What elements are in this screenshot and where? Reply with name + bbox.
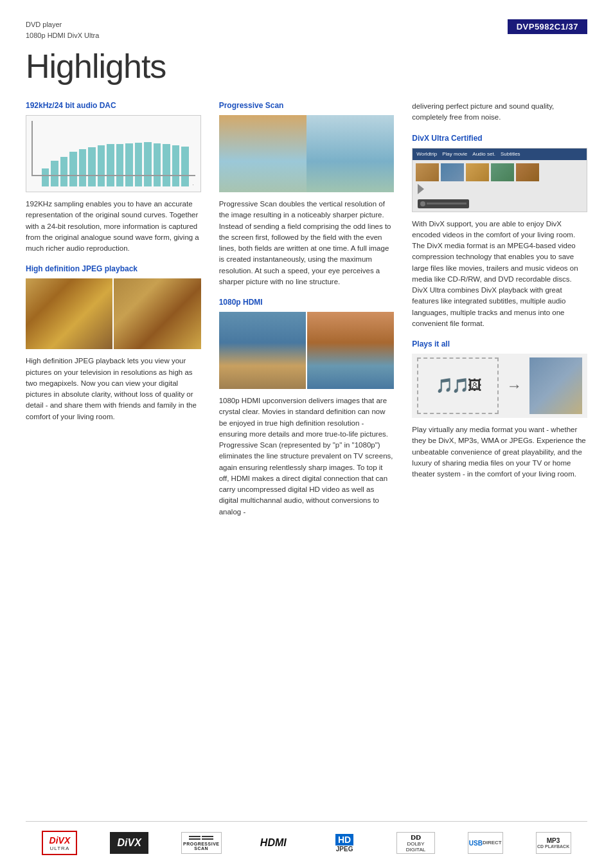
divx-device-line <box>427 203 466 204</box>
column-2: Progressive Scan Progressive Scan double… <box>219 101 395 524</box>
column-1: 192kHz/24 bit audio DAC <box>26 101 201 524</box>
hdmi-text: HDMI <box>260 837 287 849</box>
logo-hdmi: HDMI <box>254 832 292 854</box>
mp3-text: MP3 <box>547 837 560 844</box>
logo-progressive-scan: PROGRESSIVESCAN <box>181 832 221 854</box>
jpeg-image <box>26 278 201 349</box>
section-hdmi-title: 1080p HDMI <box>219 298 395 307</box>
product-type: DVD player <box>26 19 99 30</box>
plays-icons: 🎵🎵🖼 <box>436 377 481 394</box>
hdmi-image <box>219 312 395 389</box>
divx-body: With DivX support, you are able to enjoy… <box>412 219 587 330</box>
divx-device-button <box>420 201 425 206</box>
hdmi-body: 1080p HDMI upconversion delivers images … <box>219 395 395 518</box>
logo-divx-ultra: DiVX ULTRA <box>42 831 77 855</box>
logo-divx-plain: DiVX <box>110 832 148 854</box>
divx-plain-text: DiVX <box>118 837 141 849</box>
divx-image: Worldtrip Play movie Audio set. Subtitle… <box>412 148 587 212</box>
continued-text: delivering perfect picture and sound qua… <box>412 101 587 123</box>
divx-menu-item1: Worldtrip <box>416 151 437 157</box>
page-title: Highlights <box>26 47 587 86</box>
hdmi-image-right <box>307 312 394 389</box>
logo-mp3: MP3 CD PLAYBACK <box>536 832 571 854</box>
progscan-image-right <box>306 115 394 192</box>
divx-menu-bar: Worldtrip Play movie Audio set. Subtitle… <box>413 149 587 160</box>
divx-ultra-text: DiVX <box>49 835 71 845</box>
divx-thumb-1 <box>416 163 439 181</box>
audio-body: 192KHz sampling enables you to have an a… <box>26 199 201 254</box>
plays-icons-box: 🎵🎵🖼 <box>417 357 499 414</box>
plays-tv-image <box>529 357 582 414</box>
logo-hdjpeg: HD JPEG <box>325 831 364 855</box>
divx-menu-item4: Subtitles <box>501 151 520 157</box>
section-jpeg-title: High definition JPEG playback <box>26 264 201 273</box>
section-divx-title: DivX Ultra Certified <box>412 134 587 143</box>
progscan-image-left <box>219 115 306 192</box>
divx-device-bar <box>418 199 469 208</box>
section-progscan-title: Progressive Scan <box>219 101 395 110</box>
product-desc: 1080p HDMI DivX Ultra <box>26 30 99 41</box>
divx-arrow-row <box>413 181 587 197</box>
dolby-symbol: 𝗗𝗗 <box>411 834 421 841</box>
logo-dolby: 𝗗𝗗 DOLBY DIGITAL <box>396 832 435 854</box>
page: DVD player 1080p HDMI DivX Ultra DVP5982… <box>0 0 613 868</box>
plays-arrow-icon: → <box>506 377 522 395</box>
usb-subtext: DIRECT <box>483 840 502 846</box>
prog-scan-text: PROGRESSIVESCAN <box>183 842 219 851</box>
usb-text: USB <box>469 840 483 847</box>
column-3: delivering perfect picture and sound qua… <box>412 101 587 524</box>
dolby-text1: DOLBY <box>407 841 424 847</box>
content-grid: 192kHz/24 bit audio DAC <box>26 101 587 524</box>
divx-ultra-label: ULTRA <box>50 845 70 851</box>
footer-logos: DiVX ULTRA DiVX PROGRESSIVESCAN HDMI HD … <box>26 821 587 855</box>
divx-arrow-icon <box>418 184 424 194</box>
model-number: DVP5982C1/37 <box>508 19 587 34</box>
dolby-text2: DIGITAL <box>406 847 426 853</box>
product-info: DVD player 1080p HDMI DivX Ultra <box>26 19 99 41</box>
divx-menu-item2: Play movie <box>442 151 467 157</box>
hdmi-image-left <box>219 312 306 389</box>
prog-scan-lines2 <box>189 838 213 840</box>
jpeg-image-right <box>114 278 200 349</box>
page-header: DVD player 1080p HDMI DivX Ultra DVP5982… <box>26 19 587 41</box>
jpeg-body: High definition JPEG playback lets you v… <box>26 356 201 422</box>
divx-thumb-4 <box>491 163 514 181</box>
prog-scan-lines <box>189 836 213 837</box>
divx-thumb-3 <box>466 163 489 181</box>
jpeg-label-text: JPEG <box>336 845 353 853</box>
plays-image: 🎵🎵🖼 → <box>412 354 587 418</box>
divx-thumbnails <box>413 160 587 181</box>
audio-chart: · <box>26 115 201 192</box>
divx-thumb-5 <box>516 163 539 181</box>
jpeg-image-left <box>26 278 112 349</box>
progscan-image <box>219 115 395 192</box>
divx-thumb-2 <box>441 163 464 181</box>
mp3-subtext: CD PLAYBACK <box>537 844 569 849</box>
hd-label-text: HD <box>335 834 353 845</box>
chart-x-label: · <box>192 182 193 188</box>
plays-body: Play virtually any media format you want… <box>412 424 587 480</box>
section-plays-title: Plays it all <box>412 339 587 348</box>
logo-usb: USB DIRECT <box>468 832 503 854</box>
progscan-body: Progressive Scan doubles the vertical re… <box>219 199 395 287</box>
divx-menu-item3: Audio set. <box>472 151 495 157</box>
section-audio-title: 192kHz/24 bit audio DAC <box>26 101 201 110</box>
